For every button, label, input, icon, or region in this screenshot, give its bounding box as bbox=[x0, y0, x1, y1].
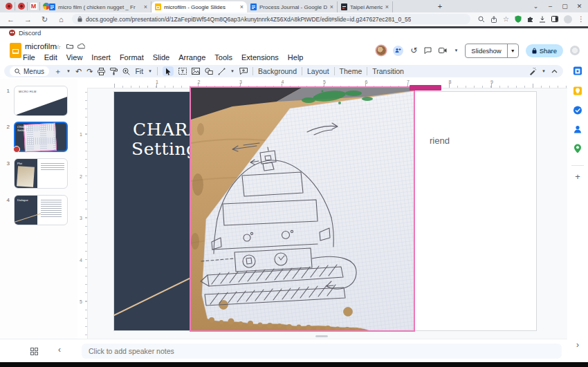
undo-button[interactable]: ↶ bbox=[75, 67, 82, 75]
tab-close-icon[interactable]: × bbox=[330, 3, 333, 10]
text-box-button[interactable] bbox=[178, 68, 187, 75]
notes-resize-handle[interactable] bbox=[315, 335, 328, 337]
keep-icon[interactable] bbox=[573, 86, 582, 95]
insert-comment-button[interactable] bbox=[239, 68, 248, 75]
home-button[interactable]: ⌂ bbox=[59, 15, 64, 24]
share-page-icon[interactable] bbox=[490, 16, 497, 23]
pinned-tab[interactable] bbox=[15, 2, 28, 10]
laser-caret-icon[interactable]: ▼ bbox=[542, 69, 546, 73]
insert-image-button[interactable] bbox=[192, 68, 200, 75]
browser-tab[interactable]: micro film ( chicken nugget _ Fr× bbox=[46, 1, 151, 12]
menu-insert[interactable]: Insert bbox=[91, 53, 111, 62]
document-title[interactable]: microfilm bbox=[25, 42, 57, 50]
zoom-search-icon[interactable] bbox=[478, 16, 485, 23]
zoom-tool-icon[interactable] bbox=[122, 68, 130, 75]
new-slide-button[interactable]: ＋ bbox=[54, 67, 62, 75]
calendar-icon[interactable] bbox=[573, 66, 582, 75]
insert-line-button[interactable] bbox=[218, 68, 226, 75]
tab-close-icon[interactable]: × bbox=[144, 3, 147, 10]
menu-help[interactable]: Help bbox=[288, 53, 304, 62]
join-call-icon[interactable] bbox=[393, 46, 403, 56]
version-history-icon[interactable]: ↺ bbox=[410, 46, 417, 55]
collapse-filmstrip-chevron-icon[interactable]: ‹ bbox=[58, 345, 61, 355]
menu-slide[interactable]: Slide bbox=[153, 53, 169, 62]
profile-avatar[interactable] bbox=[564, 15, 572, 23]
bookmark-star-icon[interactable]: ☆ bbox=[503, 15, 509, 23]
browser-tab[interactable]: Taipei American School - Art De× bbox=[338, 1, 393, 12]
pinned-tab[interactable]: M bbox=[28, 2, 40, 10]
laser-pointer-icon[interactable] bbox=[529, 68, 536, 75]
slide-body-text-partial[interactable]: riend bbox=[430, 135, 450, 146]
browser-tab[interactable]: Process Journal - Google Docs× bbox=[247, 1, 338, 12]
slide-canvas-area[interactable]: 123456789 12345 CHARA Setting riend bbox=[77, 79, 567, 339]
tasks-icon[interactable] bbox=[573, 106, 582, 115]
new-slide-caret-icon[interactable]: ▼ bbox=[66, 69, 71, 73]
bookmark-discord[interactable]: Discord bbox=[19, 29, 41, 37]
downloads-icon[interactable] bbox=[539, 16, 546, 23]
cloud-status-icon[interactable] bbox=[77, 44, 85, 49]
selected-image-sketch-photo[interactable] bbox=[191, 88, 414, 330]
add-addon-button[interactable]: + bbox=[575, 171, 580, 182]
maximize-button[interactable]: ▢ bbox=[558, 3, 572, 10]
share-button[interactable]: Share bbox=[526, 44, 563, 57]
menu-tools[interactable]: Tools bbox=[214, 53, 232, 62]
line-caret-icon[interactable]: ▼ bbox=[230, 69, 235, 73]
toolbar-theme-button[interactable]: Theme bbox=[340, 67, 362, 75]
menu-extensions[interactable]: Extensions bbox=[241, 53, 279, 62]
back-button[interactable]: ← bbox=[7, 15, 15, 24]
reload-button[interactable]: ↻ bbox=[42, 15, 48, 24]
grid-view-icon[interactable] bbox=[30, 348, 38, 355]
account-avatar[interactable] bbox=[570, 46, 580, 55]
speaker-notes-input[interactable]: Click to add speaker notes bbox=[82, 344, 562, 359]
zoom-level-label[interactable]: Fit bbox=[135, 67, 143, 75]
slide-thumbnail-4[interactable]: Dialogue bbox=[14, 195, 68, 225]
slides-favicon bbox=[155, 3, 161, 10]
tab-search-chevron-icon[interactable]: ⌄ bbox=[529, 3, 543, 10]
meet-caret-icon[interactable]: ▼ bbox=[454, 48, 458, 53]
maps-icon[interactable] bbox=[574, 144, 582, 153]
search-menus-button[interactable]: Menus bbox=[10, 66, 49, 76]
menu-format[interactable]: Format bbox=[120, 53, 144, 62]
new-tab-button[interactable]: + bbox=[436, 2, 444, 10]
pinned-tab[interactable] bbox=[3, 2, 15, 10]
slide-subtitle-text[interactable]: Setting bbox=[131, 140, 198, 158]
menu-edit[interactable]: Edit bbox=[44, 53, 57, 62]
print-button[interactable] bbox=[98, 68, 105, 75]
extension-icon[interactable] bbox=[527, 16, 533, 22]
slide-thumbnail-1[interactable]: MICRO FILM bbox=[14, 86, 68, 116]
menu-view[interactable]: View bbox=[66, 53, 83, 62]
google-slides-logo-icon[interactable] bbox=[10, 43, 21, 58]
close-button[interactable]: ✕ bbox=[572, 3, 587, 10]
browser-tab[interactable]: microfilm - Google Slides× bbox=[151, 1, 247, 12]
collaborator-avatar[interactable] bbox=[376, 46, 386, 55]
slideshow-caret-icon[interactable]: ▼ bbox=[507, 44, 518, 57]
address-bar[interactable]: docs.google.com/presentation/d/1ZaFepiBW… bbox=[72, 14, 470, 24]
collapse-toolbar-icon[interactable] bbox=[551, 69, 558, 73]
contacts-icon[interactable] bbox=[573, 125, 582, 133]
redo-button[interactable]: ↷ bbox=[86, 67, 93, 75]
forward-button[interactable]: → bbox=[24, 15, 32, 24]
move-folder-icon[interactable] bbox=[66, 44, 73, 49]
toolbar-layout-button[interactable]: Layout bbox=[307, 67, 329, 75]
toolbar-transition-button[interactable]: Transition bbox=[372, 67, 404, 75]
collapse-panel-chevron-icon[interactable]: › bbox=[576, 340, 579, 350]
slide-thumbnail-2-selected[interactable]: CHARA Settin bbox=[14, 122, 68, 152]
insert-shape-button[interactable] bbox=[205, 68, 213, 75]
side-panel-icon[interactable] bbox=[551, 16, 558, 22]
select-tool-button[interactable] bbox=[163, 66, 174, 76]
minimize-button[interactable]: – bbox=[543, 3, 558, 10]
menu-file[interactable]: File bbox=[23, 53, 35, 62]
slideshow-button[interactable]: Slideshow ▼ bbox=[465, 44, 518, 58]
comments-icon[interactable] bbox=[424, 47, 432, 54]
browser-menu-kebab-icon[interactable]: ⋮ bbox=[578, 15, 585, 23]
slide-thumbnail-3[interactable]: Plot bbox=[14, 158, 68, 189]
meet-camera-icon[interactable] bbox=[439, 48, 447, 53]
toolbar-background-button[interactable]: Background bbox=[258, 67, 297, 75]
menu-arrange[interactable]: Arrange bbox=[178, 53, 205, 62]
tab-close-icon[interactable]: × bbox=[385, 3, 389, 10]
star-document-icon[interactable]: ☆ bbox=[55, 44, 61, 50]
paint-format-button[interactable] bbox=[110, 68, 118, 75]
adblock-shield-icon[interactable] bbox=[515, 15, 522, 23]
tab-close-icon[interactable]: × bbox=[240, 3, 244, 10]
zoom-caret-icon[interactable]: ▼ bbox=[148, 69, 152, 73]
